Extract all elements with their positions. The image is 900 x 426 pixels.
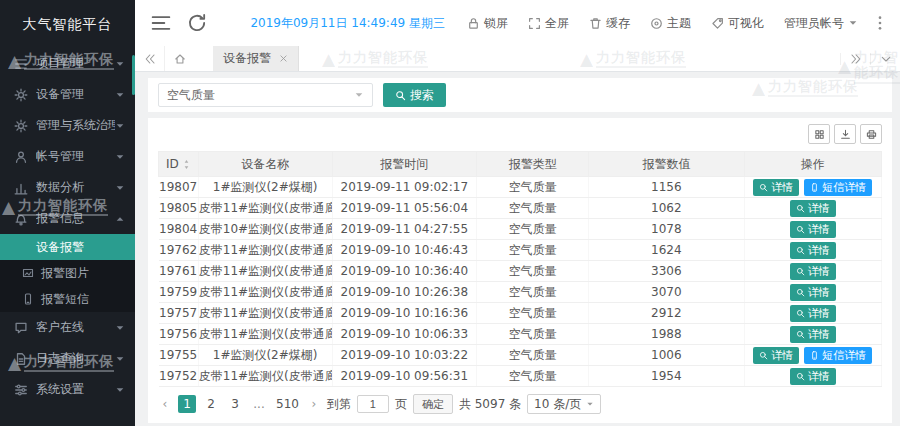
- page-number-button[interactable]: 1: [178, 395, 196, 413]
- header-right: 2019年09月11日 14:49:49 星期三 锁屏全屏缓存主题可视化 管理员…: [250, 15, 888, 32]
- sms-detail-button[interactable]: 短信详情: [804, 179, 872, 196]
- chevron-down-icon: [115, 385, 125, 395]
- detail-button-label: 详情: [808, 327, 830, 342]
- cell-value: 1078: [589, 219, 744, 240]
- cell-time: 2019-09-11 05:56:04: [332, 198, 477, 219]
- search-icon: [796, 225, 805, 234]
- detail-button[interactable]: 详情: [790, 263, 836, 280]
- detail-button-label: 详情: [771, 180, 793, 195]
- cell-type: 空气质量: [477, 282, 589, 303]
- print-button[interactable]: [860, 124, 882, 144]
- sidebar-subitem[interactable]: 设备报警: [0, 234, 135, 260]
- detail-button[interactable]: 详情: [790, 242, 836, 259]
- cell-id: 19804: [159, 219, 199, 240]
- pagination: ‹ 123...510 › 到第 页 确定 共 5097 条 10 条/页: [158, 389, 882, 419]
- search-button-label: 搜索: [410, 87, 434, 104]
- home-tab-button[interactable]: [165, 46, 195, 71]
- detail-button[interactable]: 详情: [790, 326, 836, 343]
- search-icon: [395, 90, 406, 101]
- header-menu-item[interactable]: 缓存: [589, 15, 630, 32]
- cell-id: 19752: [159, 366, 199, 387]
- sms-detail-button[interactable]: 短信详情: [804, 347, 872, 364]
- next-page-button[interactable]: ›: [307, 397, 321, 411]
- header-menu-item[interactable]: 全屏: [528, 15, 569, 32]
- sidebar-item-label: 日志查询: [36, 350, 115, 367]
- header-menu-label: 全屏: [545, 15, 569, 32]
- table-card: ID设备名称报警时间报警类型报警数值操作 198071#监测仪(2#煤棚)201…: [148, 118, 892, 423]
- chevron-down-icon: [880, 53, 892, 65]
- refresh-icon[interactable]: [187, 13, 207, 33]
- goto-confirm-button[interactable]: 确定: [413, 394, 453, 414]
- table-row: 19804皮带10#监测仪(皮带通廊)2019-09-11 04:27:55空气…: [159, 219, 882, 240]
- goto-page-input[interactable]: [357, 395, 389, 413]
- search-button[interactable]: 搜索: [383, 83, 446, 107]
- header-menu-item[interactable]: 主题: [650, 15, 691, 32]
- cell-operations: 详情: [744, 324, 881, 345]
- detail-button[interactable]: 详情: [753, 179, 799, 196]
- sidebar-subitem[interactable]: 报警短信: [0, 286, 135, 312]
- alarm-table: ID设备名称报警时间报警类型报警数值操作 198071#监测仪(2#煤棚)201…: [158, 151, 882, 387]
- cell-type: 空气质量: [477, 198, 589, 219]
- alarm-type-select[interactable]: 空气质量: [158, 83, 373, 107]
- header-menu-item[interactable]: 可视化: [711, 15, 764, 32]
- page-size-value: 10 条/页: [534, 396, 581, 413]
- close-icon[interactable]: [279, 54, 288, 63]
- sidebar-item-label: 系统设置: [36, 381, 115, 398]
- phone-icon: [22, 293, 34, 305]
- tab-device-alarm[interactable]: 设备报警: [213, 46, 299, 71]
- export-button[interactable]: [834, 124, 856, 144]
- hamburger-icon[interactable]: [151, 13, 171, 33]
- sidebar-subitem[interactable]: 报警图片: [0, 260, 135, 286]
- page-number-button[interactable]: 2: [202, 395, 220, 413]
- sidebar-item[interactable]: 帐号管理: [0, 141, 135, 172]
- column-filter-button[interactable]: [808, 124, 830, 144]
- account-menu[interactable]: 管理员帐号: [784, 15, 858, 32]
- page-number-button[interactable]: 3: [226, 395, 244, 413]
- sort-icon[interactable]: [182, 159, 191, 170]
- caret-down-icon: [848, 18, 858, 28]
- column-header: 设备名称: [198, 152, 332, 177]
- scroll-tabs-left-button[interactable]: [135, 46, 165, 71]
- chevrons-left-icon: [144, 53, 156, 65]
- tab-options-button[interactable]: [870, 53, 900, 65]
- sidebar-item[interactable]: 客户在线: [0, 312, 135, 343]
- detail-button[interactable]: 详情: [790, 284, 836, 301]
- sidebar-item[interactable]: 系统设置: [0, 374, 135, 405]
- sidebar-item[interactable]: 管理与系统治理: [0, 110, 135, 141]
- header-menu-label: 主题: [667, 15, 691, 32]
- cell-id: 19756: [159, 324, 199, 345]
- header-menu-label: 可视化: [728, 15, 764, 32]
- home-icon: [174, 53, 186, 65]
- cell-time: 2019-09-10 10:46:43: [332, 240, 477, 261]
- header-menu-item[interactable]: 锁屏: [467, 15, 508, 32]
- cell-value: 3306: [589, 261, 744, 282]
- cell-id: 19807: [159, 177, 199, 198]
- sidebar-item[interactable]: 设备管理: [0, 79, 135, 110]
- detail-button-label: 详情: [808, 369, 830, 384]
- detail-button-label: 详情: [808, 243, 830, 258]
- page-size-select[interactable]: 10 条/页: [527, 394, 601, 414]
- sidebar-item-label: 设备管理: [36, 86, 115, 103]
- sidebar-item-label: 帐号管理: [36, 148, 115, 165]
- detail-button[interactable]: 详情: [790, 221, 836, 238]
- image-icon: [22, 267, 34, 279]
- sidebar-scrollbar[interactable]: [132, 55, 135, 95]
- sidebar-item[interactable]: 日志查询: [0, 343, 135, 374]
- detail-button[interactable]: 详情: [790, 305, 836, 322]
- detail-button[interactable]: 详情: [790, 200, 836, 217]
- header-menu: 锁屏全屏缓存主题可视化: [467, 15, 784, 32]
- sidebar-item[interactable]: 报警信息: [0, 203, 135, 234]
- detail-button[interactable]: 详情: [790, 368, 836, 385]
- table-row: 19805皮带11#监测仪(皮带通廊)2019-09-11 05:56:04空气…: [159, 198, 882, 219]
- prev-page-button[interactable]: ‹: [158, 397, 172, 411]
- more-vertical-icon[interactable]: [872, 15, 888, 31]
- sidebar-item[interactable]: 数据分析: [0, 172, 135, 203]
- search-icon: [759, 183, 768, 192]
- detail-button[interactable]: 详情: [753, 347, 799, 364]
- cell-name: 皮带11#监测仪(皮带通廊): [198, 324, 332, 345]
- page-number-button[interactable]: 510: [274, 395, 301, 413]
- trash-icon: [589, 17, 602, 30]
- column-header-label: 报警数值: [642, 156, 690, 173]
- sidebar-item[interactable]: 项目管理: [0, 48, 135, 79]
- scroll-tabs-right-button[interactable]: [840, 53, 870, 65]
